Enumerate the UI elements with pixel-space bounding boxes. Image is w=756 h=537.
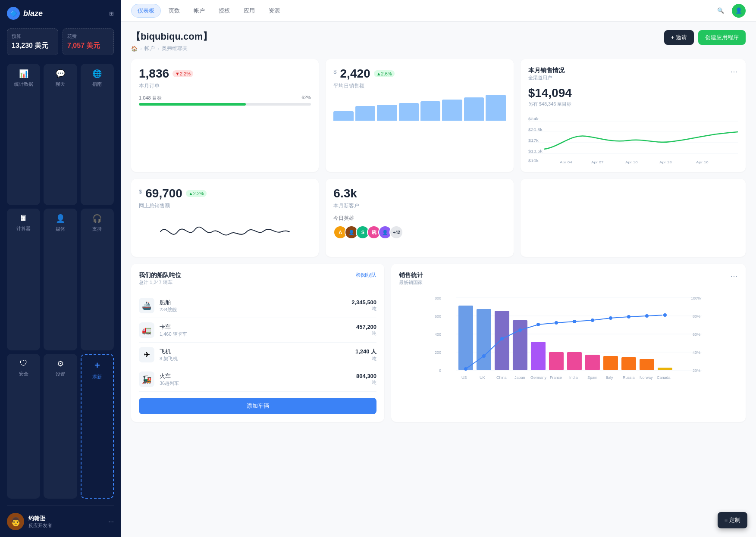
train-unit: 吨	[356, 379, 376, 386]
tab-account[interactable]: 帐户	[188, 4, 211, 18]
tab-pages[interactable]: 页数	[163, 4, 186, 18]
calculator-icon: 🖩	[20, 214, 28, 223]
bar-Canada	[658, 368, 672, 370]
truck-count: 1,460 辆卡车	[160, 331, 351, 337]
fleet-header: 我们的船队吨位 总计 1,247 辆车 检阅舰队	[139, 272, 376, 292]
svg-text:Apr 13: Apr 13	[659, 160, 672, 164]
nav-item-media[interactable]: 👤 媒体	[44, 209, 77, 350]
user-more-icon[interactable]: ⋯	[108, 518, 114, 525]
user-avatar: 👨	[7, 513, 24, 530]
analytics-icon: 📊	[19, 69, 28, 78]
new-customers-card: 6.3k 本月新客户 今日英雄 A 👤 S 碗 👤 +42	[326, 179, 513, 257]
content-area: 【biqubiqu.com】 🏠 › 帐户 › 奥弗维耶夫 + 邀请 创建应用程…	[121, 22, 756, 537]
svg-point-42	[482, 354, 486, 358]
add-vehicle-button[interactable]: 添加车辆	[139, 398, 376, 414]
svg-point-52	[663, 313, 667, 317]
svg-text:600: 600	[435, 314, 441, 318]
svg-text:800: 800	[435, 296, 441, 300]
mini-bar-item	[486, 95, 505, 121]
nav-item-settings[interactable]: ⚙ 设置	[44, 354, 77, 499]
support-icon: 🎧	[92, 214, 102, 223]
svg-text:$10k: $10k	[528, 159, 539, 163]
svg-point-49	[609, 316, 612, 320]
progress-pct: 62%	[301, 95, 311, 101]
monthly-sales-title-group: 本月销售情况 全渠道用户	[528, 67, 565, 84]
fleet-title-group: 我们的船队吨位 总计 1,247 辆车	[139, 272, 181, 292]
svg-text:400: 400	[435, 332, 441, 337]
fleet-item-truck: 🚛 卡车 1,460 辆卡车 457,200 吨	[139, 318, 376, 343]
orders-badge: ▼2.2%	[173, 70, 193, 77]
bottom-grid: 我们的船队吨位 总计 1,247 辆车 检阅舰队 🚢 船舶 234艘舰 2,34…	[131, 264, 746, 422]
monthly-sales-more[interactable]: ⋯	[730, 67, 738, 76]
nav-item-support[interactable]: 🎧 支持	[81, 209, 114, 350]
tab-auth[interactable]: 授权	[213, 4, 236, 18]
truck-name: 卡车	[160, 323, 351, 331]
mini-bar-item	[464, 97, 484, 121]
tab-resources[interactable]: 资源	[263, 4, 286, 18]
search-icon[interactable]: 🔍	[714, 4, 728, 18]
bar-Japan	[513, 320, 527, 370]
nav-item-calculator[interactable]: 🖩 计算器	[7, 209, 40, 350]
svg-text:60%: 60%	[693, 332, 700, 337]
svg-text:$24k: $24k	[528, 117, 539, 121]
daily-sales-top: $ 2,420 ▲2.6%	[333, 67, 505, 81]
bar-India	[567, 352, 582, 370]
placeholder-card	[521, 179, 746, 257]
fleet-info-ship: 船舶 234艘舰	[160, 299, 346, 313]
progress-label: 1,048 目标 62%	[139, 95, 311, 101]
user-profile-icon[interactable]: 👤	[732, 4, 746, 18]
nav-item-chat[interactable]: 💬 聊天	[44, 64, 77, 205]
create-app-button[interactable]: 创建应用程序	[698, 30, 746, 45]
svg-text:$17k: $17k	[528, 138, 539, 143]
fleet-browse-link[interactable]: 检阅舰队	[356, 272, 376, 279]
logo: 🔷 blaze	[7, 7, 43, 20]
nav-item-analytics[interactable]: 📊 统计数据	[7, 64, 40, 205]
svg-text:UK: UK	[480, 375, 485, 380]
svg-point-43	[500, 337, 504, 340]
sidebar-settings-icon[interactable]: ⊞	[109, 10, 114, 17]
main-content: 仪表板 页数 帐户 授权 应用 资源 🔍 👤 【biqubiqu.com】 🏠 …	[121, 0, 756, 537]
nav-item-security[interactable]: 🛡 安全	[7, 354, 40, 499]
plane-name: 飞机	[160, 348, 350, 356]
nav-item-add[interactable]: + 添新	[81, 354, 114, 499]
train-count: 36趟列车	[160, 380, 351, 387]
breadcrumb-detail: 奥弗维耶夫	[162, 45, 188, 52]
ship-count: 234艘舰	[160, 306, 346, 313]
train-icon: 🚂	[139, 372, 154, 387]
nav-label-guide: 指南	[92, 81, 102, 87]
tab-apps[interactable]: 应用	[238, 4, 261, 18]
nav-label-media: 媒体	[56, 226, 65, 232]
truck-tonnage: 457,200	[356, 324, 376, 330]
bar-UK	[477, 309, 491, 370]
dollar-prefix2: $	[139, 188, 142, 195]
mini-bar-item	[355, 106, 375, 121]
total-sales-value: 69,700	[145, 187, 182, 200]
budget-card: 预算 13,230 美元	[7, 28, 58, 55]
topnav: 仪表板 页数 帐户 授权 应用 资源 🔍 👤	[121, 0, 756, 22]
svg-text:US: US	[461, 375, 467, 380]
sales-stats-more[interactable]: ⋯	[730, 272, 738, 281]
nav-item-guide[interactable]: 🌐 指南	[81, 64, 114, 205]
user-info: 约翰逊 反应开发者	[28, 515, 104, 529]
invite-button[interactable]: + 邀请	[664, 30, 694, 45]
daily-sales-card: $ 2,420 ▲2.6% 平均日销售额	[326, 59, 513, 172]
svg-text:Germany: Germany	[530, 375, 547, 380]
svg-text:Italy: Italy	[606, 375, 613, 380]
ship-name: 船舶	[160, 299, 346, 306]
heroes-avatars: A 👤 S 碗 👤 +42	[333, 225, 505, 239]
total-sales-card: $ 69,700 ▲2.2% 网上总销售额	[131, 179, 319, 257]
new-customers-value: 6.3k	[333, 187, 357, 200]
svg-text:0: 0	[439, 368, 441, 373]
customize-button[interactable]: ≡ 定制	[718, 512, 747, 528]
mini-bar-chart	[333, 95, 505, 121]
sidebar-header: 🔷 blaze ⊞	[7, 7, 114, 20]
fleet-item-plane: ✈ 飞机 8 架飞机 1,240 人 吨	[139, 343, 376, 367]
tab-dashboard[interactable]: 仪表板	[131, 4, 161, 18]
budget-amount: 13,230 美元	[12, 41, 53, 50]
svg-text:Apr 04: Apr 04	[560, 160, 572, 164]
fleet-info-plane: 飞机 8 架飞机	[160, 348, 350, 362]
svg-text:20%: 20%	[693, 368, 700, 373]
orders-stat-top: 1,836 ▼2.2%	[139, 67, 311, 81]
svg-point-47	[573, 320, 576, 323]
fleet-title: 我们的船队吨位	[139, 272, 181, 279]
